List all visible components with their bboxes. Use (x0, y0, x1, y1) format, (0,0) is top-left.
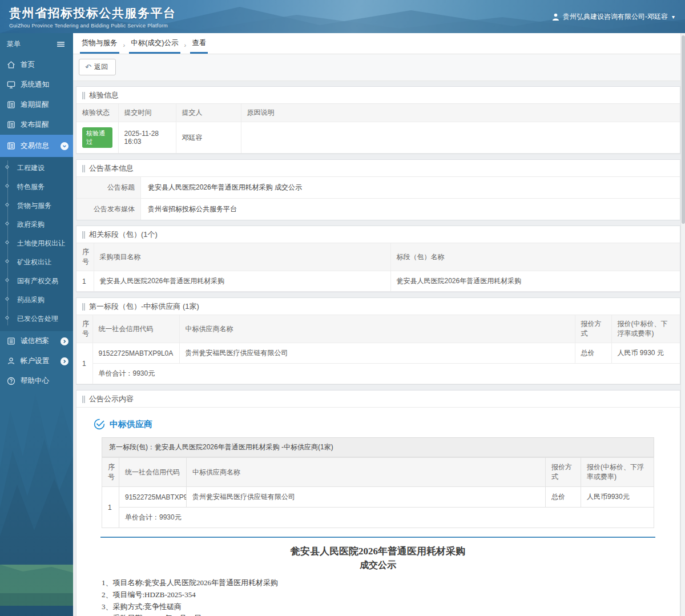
hamburger-icon[interactable] (57, 40, 65, 49)
transaction-submenu: 工程建设 特色服务 货物与服务 政府采购 土地使用权出让 矿业权出让 国有产权交… (0, 157, 73, 331)
submenu-item-engineering[interactable]: 工程建设 (0, 159, 73, 178)
winning-supplier-card: 第一标段（包）-中标供应商 (1家) 序号 统一社会信用代码 中标供应商名称 报… (76, 297, 680, 385)
platform-subtitle: GuiZhou Province Tendering and Bidding P… (9, 23, 176, 29)
document-title-line2: 成交公示 (102, 559, 654, 571)
sidebar-item-label: 帮助中心 (21, 376, 68, 386)
user-icon (551, 13, 560, 21)
sidebar-item-notifications[interactable]: 系统通知 (0, 75, 73, 95)
table-subrow: 单价合计：9930元 (76, 364, 680, 384)
back-button[interactable]: ↶ 返回 (79, 59, 116, 75)
platform-title: 贵州省招标投标公共服务平台 (9, 5, 176, 21)
info-row: 公告标题 瓮安县人民医院2026年普通医用耗材采购 成交公示 (76, 177, 680, 199)
submenu-item-mining-rights[interactable]: 矿业权出让 (0, 253, 73, 272)
col-header: 序号 (102, 458, 119, 487)
verify-status-cell: 核验通过 (76, 122, 118, 154)
blue-divider (100, 537, 655, 538)
quote-method-cell: 总价 (546, 487, 581, 508)
sidebar-item-publish-reminder[interactable]: 发布提醒 (0, 115, 73, 135)
related-sections-table: 序号 采购项目名称 标段（包）名称 1 瓮安县人民医院2026年普通医用耗材采购… (76, 243, 680, 292)
sidebar-menu-header: 菜单 (0, 33, 73, 55)
announcement-title-value: 瓮安县人民医院2026年普通医用耗材采购 成交公示 (141, 177, 680, 198)
sidebar-item-home[interactable]: 首页 (0, 55, 73, 75)
breadcrumb-item-award-announcement[interactable]: 中标(成交)公示 (129, 38, 180, 54)
sidebar-item-account-settings[interactable]: 帐户设置 (0, 351, 73, 371)
submenu-item-published-announcements[interactable]: 已发公告处理 (0, 309, 73, 328)
unit-total-cell: 单价合计：9930元 (92, 364, 680, 384)
section-marker-icon (82, 396, 85, 403)
sidebar-item-help-center[interactable]: 帮助中心 (0, 371, 73, 391)
back-label: 返回 (94, 62, 108, 72)
sidebar-item-credit-files[interactable]: 诚信档案 (0, 331, 73, 351)
credit-code-cell: 91522725MABTXP9L0A (92, 343, 179, 364)
sidebar-item-label: 帐户设置 (21, 356, 55, 366)
content-supplier-table: 序号 统一社会信用代码 中标供应商名称 报价方式 报价(中标价、下浮率或费率) … (102, 457, 654, 528)
submenu-item-land-use-rights[interactable]: 土地使用权出让 (0, 234, 73, 253)
info-row: 公告发布媒体 贵州省招标投标公共服务平台 (76, 199, 680, 220)
quote-method-cell: 总价 (575, 343, 611, 364)
diamond-bullet-icon (5, 184, 9, 188)
sidebar-item-label: 诚信档案 (21, 336, 55, 346)
table-row: 核验通过 2025-11-28 16:03 邓廷容 (76, 122, 680, 154)
info-label: 公告发布媒体 (76, 199, 141, 220)
chevron-down-icon: ▾ (672, 14, 675, 20)
supplier-name-cell: 贵州瓮安福民医疗供应链有限公司 (179, 343, 575, 364)
section-name-cell: 瓮安县人民医院2026年普通医用耗材采购 (390, 271, 680, 292)
submenu-item-drug-procurement[interactable]: 药品采购 (0, 291, 73, 309)
verification-card: 核验信息 核验状态 提交时间 提交人 原因说明 核验通过 2025-11-28 … (76, 86, 680, 154)
diamond-bullet-icon (5, 278, 9, 282)
publish-media-value: 贵州省招标投标公共服务平台 (141, 199, 680, 220)
top-header: 贵州省招标投标公共服务平台 GuiZhou Province Tendering… (0, 0, 685, 33)
submenu-item-special-services[interactable]: 特色服务 (0, 178, 73, 196)
breadcrumb-item-goods-services[interactable]: 货物与服务 (80, 38, 119, 54)
user-menu[interactable]: 贵州弘典建设咨询有限公司-邓廷容 ▾ (551, 12, 675, 22)
table-row: 1 瓮安县人民医院2026年普通医用耗材采购 瓮安县人民医院2026年普通医用耗… (76, 271, 680, 292)
col-header: 中标供应商名称 (179, 315, 575, 343)
col-header: 提交人 (176, 104, 241, 122)
section-header: 核验信息 (76, 87, 680, 104)
toolbar: ↶ 返回 (73, 54, 685, 81)
sidebar-item-label: 交易信息 (21, 141, 55, 151)
verification-table: 核验状态 提交时间 提交人 原因说明 核验通过 2025-11-28 16:03… (76, 104, 680, 154)
winner-heading-label: 中标供应商 (110, 419, 152, 430)
diamond-bullet-icon (5, 165, 9, 169)
diamond-bullet-icon (5, 203, 9, 207)
submenu-item-government-procurement[interactable]: 政府采购 (0, 215, 73, 234)
person-icon (7, 357, 15, 365)
col-header: 报价(中标价、下浮率或费率) (611, 315, 680, 343)
scrollbar-thumb[interactable] (682, 35, 685, 224)
submenu-item-state-property[interactable]: 国有产权交易 (0, 272, 73, 291)
submenu-item-goods-services[interactable]: 货物与服务 (0, 196, 73, 215)
diamond-bullet-icon (5, 259, 9, 263)
col-header: 报价(中标价、下浮率或费率) (581, 458, 654, 487)
target-check-icon (94, 418, 105, 430)
credit-code-cell: 91522725MABTXP9L0A (119, 487, 187, 508)
submenu-label: 已发公告处理 (17, 315, 58, 323)
section-marker-icon (82, 92, 85, 99)
row-no-cell: 1 (76, 343, 92, 384)
document-icon (7, 100, 15, 109)
app-window: 贵州省招标投标公共服务平台 GuiZhou Province Tendering… (0, 0, 685, 616)
breadcrumb-item-view[interactable]: 查看 (190, 38, 208, 54)
vertical-scrollbar[interactable] (680, 33, 685, 616)
sidebar: 菜单 首页 系统通知 (0, 33, 73, 616)
diamond-bullet-icon (5, 240, 9, 244)
submitter-cell: 邓廷容 (176, 122, 241, 154)
submenu-label: 特色服务 (17, 183, 45, 191)
section-marker-icon (82, 231, 85, 239)
document-icon (7, 142, 15, 150)
sidebar-item-overdue-reminder[interactable]: 逾期提醒 (0, 95, 73, 115)
col-header: 统一社会信用代码 (92, 315, 179, 343)
unit-total-cell: 单价合计：9930元 (119, 508, 654, 528)
section-bar: 第一标段(包)：瓮安县人民医院2026年普通医用耗材采购 -中标供应商(1家) (102, 437, 654, 457)
sidebar-item-label: 系统通知 (21, 80, 68, 90)
col-header: 采购项目名称 (94, 243, 390, 271)
doc-line: 4、采购日期：2025年11月14日 (102, 613, 654, 616)
home-icon (7, 61, 15, 69)
project-name-cell: 瓮安县人民医院2026年普通医用耗材采购 (94, 271, 390, 292)
col-header: 核验状态 (76, 104, 118, 122)
quote-price-cell: 人民币9930元 (581, 487, 654, 508)
chevron-right-circle-icon (61, 357, 68, 365)
submit-time-cell: 2025-11-28 16:03 (118, 122, 176, 154)
section-title: 相关标段（包）(1个) (89, 230, 158, 240)
sidebar-item-transaction-info[interactable]: 交易信息 (0, 135, 73, 157)
